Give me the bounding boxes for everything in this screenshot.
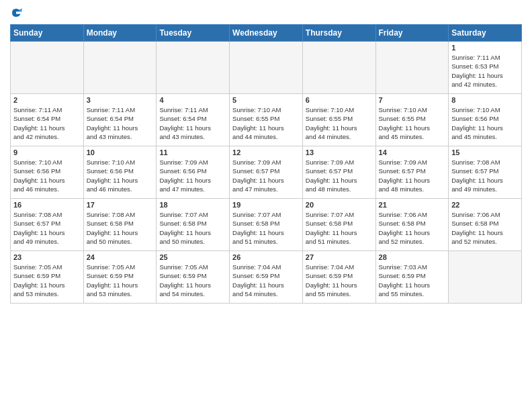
weekday-header: Wednesday xyxy=(230,25,303,42)
day-info: Sunrise: 7:11 AM Sunset: 6:54 PM Dayligh… xyxy=(159,105,226,141)
calendar-cell: 6Sunrise: 7:10 AM Sunset: 6:55 PM Daylig… xyxy=(302,94,375,146)
day-info: Sunrise: 7:10 AM Sunset: 6:55 PM Dayligh… xyxy=(379,105,446,141)
calendar-cell: 3Sunrise: 7:11 AM Sunset: 6:54 PM Daylig… xyxy=(83,94,157,146)
day-info: Sunrise: 7:08 AM Sunset: 6:57 PM Dayligh… xyxy=(451,158,519,193)
day-info: Sunrise: 7:05 AM Sunset: 6:59 PM Dayligh… xyxy=(159,263,226,298)
day-number: 15 xyxy=(451,148,519,156)
calendar-cell: 2Sunrise: 7:11 AM Sunset: 6:54 PM Daylig… xyxy=(11,94,84,146)
calendar-cell xyxy=(302,42,375,94)
day-number: 12 xyxy=(232,148,300,156)
day-number: 27 xyxy=(306,253,373,261)
day-info: Sunrise: 7:10 AM Sunset: 6:55 PM Dayligh… xyxy=(306,105,373,141)
day-number: 18 xyxy=(159,201,226,209)
day-number: 11 xyxy=(159,148,226,156)
day-number: 7 xyxy=(379,96,446,104)
day-number: 5 xyxy=(232,96,300,104)
calendar-cell: 18Sunrise: 7:07 AM Sunset: 6:58 PM Dayli… xyxy=(157,199,230,251)
calendar-week-row: 9Sunrise: 7:10 AM Sunset: 6:56 PM Daylig… xyxy=(11,146,522,199)
day-info: Sunrise: 7:05 AM Sunset: 6:59 PM Dayligh… xyxy=(13,263,81,298)
calendar-cell: 23Sunrise: 7:05 AM Sunset: 6:59 PM Dayli… xyxy=(11,251,84,304)
day-number: 16 xyxy=(13,201,81,209)
calendar-cell: 22Sunrise: 7:06 AM Sunset: 6:58 PM Dayli… xyxy=(449,199,522,251)
calendar-cell: 7Sunrise: 7:10 AM Sunset: 6:55 PM Daylig… xyxy=(375,94,449,146)
day-info: Sunrise: 7:06 AM Sunset: 6:58 PM Dayligh… xyxy=(379,210,446,246)
calendar-cell: 12Sunrise: 7:09 AM Sunset: 6:57 PM Dayli… xyxy=(230,146,303,199)
day-info: Sunrise: 7:04 AM Sunset: 6:59 PM Dayligh… xyxy=(306,263,373,298)
day-info: Sunrise: 7:11 AM Sunset: 6:53 PM Dayligh… xyxy=(451,53,519,89)
calendar-cell: 16Sunrise: 7:08 AM Sunset: 6:57 PM Dayli… xyxy=(11,199,84,251)
calendar: SundayMondayTuesdayWednesdayThursdayFrid… xyxy=(10,24,522,304)
weekday-header: Sunday xyxy=(11,25,84,42)
day-info: Sunrise: 7:05 AM Sunset: 6:59 PM Dayligh… xyxy=(87,263,154,298)
day-number: 24 xyxy=(87,253,154,261)
day-info: Sunrise: 7:03 AM Sunset: 6:59 PM Dayligh… xyxy=(379,263,446,298)
weekday-row: SundayMondayTuesdayWednesdayThursdayFrid… xyxy=(11,25,522,42)
day-info: Sunrise: 7:07 AM Sunset: 6:58 PM Dayligh… xyxy=(306,210,373,246)
day-info: Sunrise: 7:10 AM Sunset: 6:56 PM Dayligh… xyxy=(451,105,519,141)
day-number: 13 xyxy=(306,148,373,156)
calendar-cell: 28Sunrise: 7:03 AM Sunset: 6:59 PM Dayli… xyxy=(375,251,449,304)
day-info: Sunrise: 7:08 AM Sunset: 6:58 PM Dayligh… xyxy=(87,210,154,246)
calendar-cell: 20Sunrise: 7:07 AM Sunset: 6:58 PM Dayli… xyxy=(302,199,375,251)
day-info: Sunrise: 7:11 AM Sunset: 6:54 PM Dayligh… xyxy=(87,105,154,141)
day-info: Sunrise: 7:09 AM Sunset: 6:57 PM Dayligh… xyxy=(306,158,373,193)
calendar-week-row: 1Sunrise: 7:11 AM Sunset: 6:53 PM Daylig… xyxy=(11,42,522,94)
calendar-cell: 8Sunrise: 7:10 AM Sunset: 6:56 PM Daylig… xyxy=(449,94,522,146)
calendar-cell xyxy=(230,42,303,94)
calendar-cell: 10Sunrise: 7:10 AM Sunset: 6:56 PM Dayli… xyxy=(83,146,157,199)
calendar-cell: 1Sunrise: 7:11 AM Sunset: 6:53 PM Daylig… xyxy=(449,42,522,94)
calendar-cell xyxy=(449,251,522,304)
calendar-cell xyxy=(157,42,230,94)
day-number: 3 xyxy=(87,96,154,104)
weekday-header: Friday xyxy=(375,25,449,42)
weekday-header: Saturday xyxy=(449,25,522,42)
day-info: Sunrise: 7:10 AM Sunset: 6:56 PM Dayligh… xyxy=(13,158,81,193)
day-number: 20 xyxy=(306,201,373,209)
calendar-week-row: 23Sunrise: 7:05 AM Sunset: 6:59 PM Dayli… xyxy=(11,251,522,304)
weekday-header: Thursday xyxy=(302,25,375,42)
header xyxy=(10,7,522,19)
day-number: 25 xyxy=(159,253,226,261)
day-number: 17 xyxy=(87,201,154,209)
calendar-cell xyxy=(11,42,84,94)
day-info: Sunrise: 7:09 AM Sunset: 6:57 PM Dayligh… xyxy=(232,158,300,193)
calendar-header: SundayMondayTuesdayWednesdayThursdayFrid… xyxy=(11,25,522,42)
calendar-cell: 11Sunrise: 7:09 AM Sunset: 6:56 PM Dayli… xyxy=(157,146,230,199)
day-info: Sunrise: 7:09 AM Sunset: 6:56 PM Dayligh… xyxy=(159,158,226,193)
calendar-cell: 17Sunrise: 7:08 AM Sunset: 6:58 PM Dayli… xyxy=(83,199,157,251)
calendar-cell xyxy=(83,42,157,94)
calendar-cell: 5Sunrise: 7:10 AM Sunset: 6:55 PM Daylig… xyxy=(230,94,303,146)
day-number: 19 xyxy=(232,201,300,209)
day-number: 4 xyxy=(159,96,226,104)
day-info: Sunrise: 7:10 AM Sunset: 6:56 PM Dayligh… xyxy=(87,158,154,193)
calendar-cell: 26Sunrise: 7:04 AM Sunset: 6:59 PM Dayli… xyxy=(230,251,303,304)
day-number: 2 xyxy=(13,96,81,104)
day-number: 26 xyxy=(232,253,300,261)
calendar-body: 1Sunrise: 7:11 AM Sunset: 6:53 PM Daylig… xyxy=(11,42,522,304)
day-number: 1 xyxy=(451,44,519,52)
day-number: 8 xyxy=(451,96,519,104)
calendar-cell: 15Sunrise: 7:08 AM Sunset: 6:57 PM Dayli… xyxy=(449,146,522,199)
calendar-cell xyxy=(375,42,449,94)
day-number: 21 xyxy=(379,201,446,209)
day-info: Sunrise: 7:11 AM Sunset: 6:54 PM Dayligh… xyxy=(13,105,81,141)
weekday-header: Monday xyxy=(83,25,157,42)
logo-icon xyxy=(10,7,22,19)
calendar-cell: 14Sunrise: 7:09 AM Sunset: 6:57 PM Dayli… xyxy=(375,146,449,199)
day-info: Sunrise: 7:09 AM Sunset: 6:57 PM Dayligh… xyxy=(379,158,446,193)
calendar-week-row: 2Sunrise: 7:11 AM Sunset: 6:54 PM Daylig… xyxy=(11,94,522,146)
day-info: Sunrise: 7:07 AM Sunset: 6:58 PM Dayligh… xyxy=(159,210,226,246)
calendar-cell: 9Sunrise: 7:10 AM Sunset: 6:56 PM Daylig… xyxy=(11,146,84,199)
day-number: 23 xyxy=(13,253,81,261)
calendar-cell: 27Sunrise: 7:04 AM Sunset: 6:59 PM Dayli… xyxy=(302,251,375,304)
day-info: Sunrise: 7:08 AM Sunset: 6:57 PM Dayligh… xyxy=(13,210,81,246)
calendar-cell: 24Sunrise: 7:05 AM Sunset: 6:59 PM Dayli… xyxy=(83,251,157,304)
day-info: Sunrise: 7:04 AM Sunset: 6:59 PM Dayligh… xyxy=(232,263,300,298)
day-number: 22 xyxy=(451,201,519,209)
calendar-cell: 19Sunrise: 7:07 AM Sunset: 6:58 PM Dayli… xyxy=(230,199,303,251)
logo xyxy=(10,7,24,19)
day-number: 6 xyxy=(306,96,373,104)
page: SundayMondayTuesdayWednesdayThursdayFrid… xyxy=(0,0,532,411)
day-number: 14 xyxy=(379,148,446,156)
day-number: 28 xyxy=(379,253,446,261)
